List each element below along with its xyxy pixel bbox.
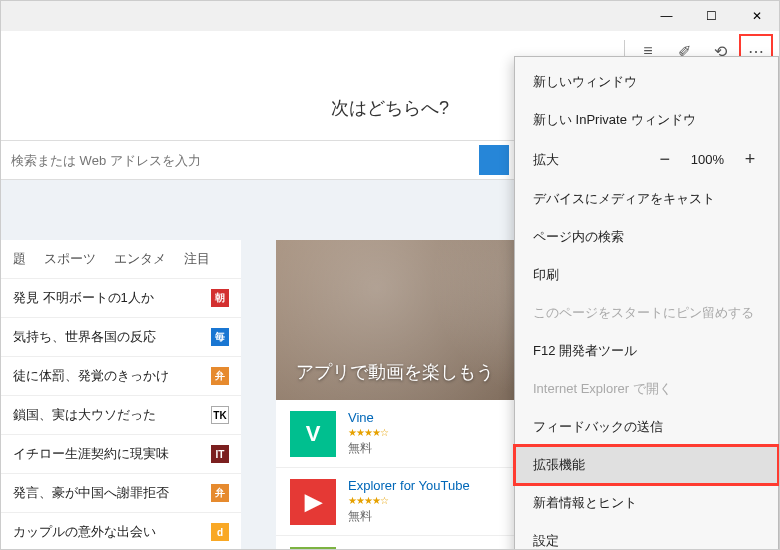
tab-featured[interactable]: 注目 bbox=[184, 250, 210, 268]
menu-devtools[interactable]: F12 開発者ツール bbox=[515, 332, 778, 370]
news-source-badge: TK bbox=[211, 406, 229, 424]
news-text: 鎖国、実は大ウソだった bbox=[13, 406, 156, 424]
app-rating: ★★★★☆ bbox=[348, 427, 388, 438]
tab-entertainment[interactable]: エンタメ bbox=[114, 250, 166, 268]
news-tabs: 題 スポーツ エンタメ 注目 bbox=[1, 240, 241, 279]
app-name: Vine bbox=[348, 410, 388, 425]
zoom-value: 100% bbox=[691, 152, 724, 167]
menu-find[interactable]: ページ内の検索 bbox=[515, 218, 778, 256]
app-icon: V bbox=[290, 411, 336, 457]
news-source-badge: 毎 bbox=[211, 328, 229, 346]
news-text: カップルの意外な出会い bbox=[13, 523, 156, 541]
menu-pin-start: このページをスタートにピン留めする bbox=[515, 294, 778, 332]
menu-extensions[interactable]: 拡張機能 bbox=[515, 446, 778, 484]
menu-new-inprivate[interactable]: 新しい InPrivate ウィンドウ bbox=[515, 101, 778, 139]
news-column: 題 スポーツ エンタメ 注目 発見 不明ボートの1人か朝気持ち、世界各国の反応毎… bbox=[1, 240, 241, 550]
news-source-badge: 弁 bbox=[211, 367, 229, 385]
menu-new-window[interactable]: 新しいウィンドウ bbox=[515, 63, 778, 101]
news-list: 発見 不明ボートの1人か朝気持ち、世界各国の反応毎徒に体罰、発覚のきっかけ弁鎖国… bbox=[1, 279, 241, 550]
hero-title: アプリで動画を楽しもう bbox=[296, 360, 494, 384]
search-go-button[interactable] bbox=[479, 145, 509, 175]
news-item[interactable]: イチロー生涯契約に現実味IT bbox=[1, 435, 241, 474]
news-text: 気持ち、世界各国の反応 bbox=[13, 328, 156, 346]
news-source-badge: 弁 bbox=[211, 484, 229, 502]
tab-sports[interactable]: スポーツ bbox=[44, 250, 96, 268]
app-rating: ★★★★☆ bbox=[348, 495, 470, 506]
news-text: 発言、豪が中国へ謝罪拒否 bbox=[13, 484, 169, 502]
news-item[interactable]: 発言、豪が中国へ謝罪拒否弁 bbox=[1, 474, 241, 513]
column-spacer bbox=[241, 240, 276, 550]
maximize-button[interactable]: ☐ bbox=[689, 1, 734, 31]
app-price: 無料 bbox=[348, 440, 388, 457]
more-menu: 新しいウィンドウ 新しい InPrivate ウィンドウ 拡大 − 100% +… bbox=[514, 56, 779, 550]
app-name: Hulu Japan bbox=[348, 546, 414, 550]
news-item[interactable]: 徒に体罰、発覚のきっかけ弁 bbox=[1, 357, 241, 396]
zoom-in-button[interactable]: + bbox=[740, 149, 760, 170]
menu-whatsnew[interactable]: 新着情報とヒント bbox=[515, 484, 778, 522]
news-source-badge: 朝 bbox=[211, 289, 229, 307]
titlebar: — ☐ ✕ bbox=[1, 1, 779, 31]
app-icon: hulu bbox=[290, 547, 336, 551]
news-source-badge: d bbox=[211, 523, 229, 541]
tab-topics[interactable]: 題 bbox=[13, 250, 26, 268]
close-button[interactable]: ✕ bbox=[734, 1, 779, 31]
news-item[interactable]: 気持ち、世界各国の反応毎 bbox=[1, 318, 241, 357]
news-text: イチロー生涯契約に現実味 bbox=[13, 445, 169, 463]
news-text: 徒に体罰、発覚のきっかけ bbox=[13, 367, 169, 385]
news-item[interactable]: カップルの意外な出会いd bbox=[1, 513, 241, 550]
menu-zoom: 拡大 − 100% + bbox=[515, 139, 778, 180]
app-name: Explorer for YouTube bbox=[348, 478, 470, 493]
zoom-out-button[interactable]: − bbox=[655, 149, 675, 170]
news-text: 発見 不明ボートの1人か bbox=[13, 289, 154, 307]
menu-open-ie: Internet Explorer で開く bbox=[515, 370, 778, 408]
minimize-button[interactable]: — bbox=[644, 1, 689, 31]
menu-print[interactable]: 印刷 bbox=[515, 256, 778, 294]
menu-feedback[interactable]: フィードバックの送信 bbox=[515, 408, 778, 446]
menu-cast[interactable]: デバイスにメディアをキャスト bbox=[515, 180, 778, 218]
app-price: 無料 bbox=[348, 508, 470, 525]
news-item[interactable]: 鎖国、実は大ウソだったTK bbox=[1, 396, 241, 435]
app-icon: ▶ bbox=[290, 479, 336, 525]
menu-settings[interactable]: 設定 bbox=[515, 522, 778, 550]
zoom-label: 拡大 bbox=[533, 151, 559, 169]
news-source-badge: IT bbox=[211, 445, 229, 463]
news-item[interactable]: 発見 不明ボートの1人か朝 bbox=[1, 279, 241, 318]
